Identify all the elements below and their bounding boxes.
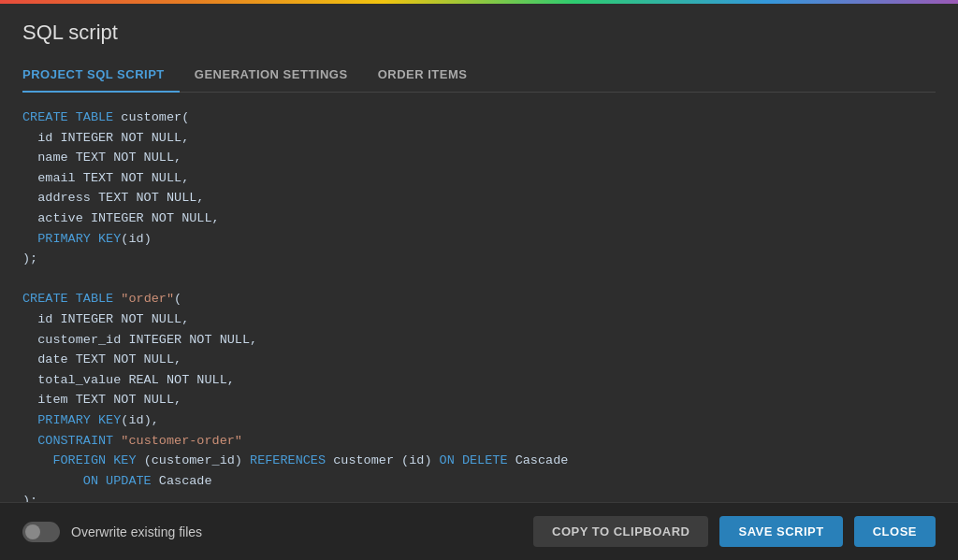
footer-left: Overwrite existing files bbox=[22, 522, 202, 542]
tabs-container: PROJECT SQL SCRIPT GENERATION SETTINGS O… bbox=[22, 58, 936, 93]
code-area[interactable]: CREATE TABLE customer( id INTEGER NOT NU… bbox=[0, 93, 958, 502]
dialog-header: SQL script PROJECT SQL SCRIPT GENERATION… bbox=[0, 4, 958, 93]
footer-right: COPY TO CLIPBOARD SAVE SCRIPT CLOSE bbox=[533, 516, 936, 547]
rainbow-bar bbox=[0, 0, 958, 4]
dialog-title: SQL script bbox=[22, 21, 936, 45]
sql-code: CREATE TABLE customer( id INTEGER NOT NU… bbox=[22, 108, 936, 502]
tab-order-items[interactable]: ORDER ITEMS bbox=[363, 58, 483, 93]
close-button[interactable]: CLOSE bbox=[854, 516, 936, 547]
tab-project-sql-script[interactable]: PROJECT SQL SCRIPT bbox=[22, 58, 180, 93]
toggle-knob bbox=[25, 524, 40, 539]
copy-to-clipboard-button[interactable]: COPY TO CLIPBOARD bbox=[533, 516, 708, 547]
save-script-button[interactable]: SAVE SCRIPT bbox=[719, 516, 842, 547]
overwrite-label: Overwrite existing files bbox=[71, 524, 202, 539]
sql-script-dialog: SQL script PROJECT SQL SCRIPT GENERATION… bbox=[0, 0, 958, 560]
overwrite-toggle[interactable] bbox=[22, 522, 60, 542]
tab-generation-settings[interactable]: GENERATION SETTINGS bbox=[180, 58, 363, 93]
dialog-footer: Overwrite existing files COPY TO CLIPBOA… bbox=[0, 502, 958, 560]
